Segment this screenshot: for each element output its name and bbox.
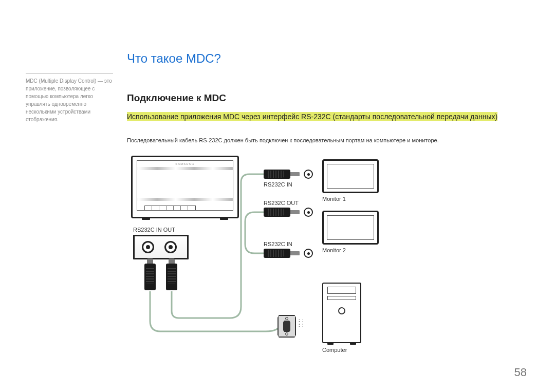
highlighted-heading: Использование приложения MDC через интер… [127, 111, 497, 122]
computer-label: Computer [322, 347, 347, 353]
rs232c-out-label: RS232C OUT [264, 200, 299, 206]
monitor-1-label: Monitor 1 [322, 196, 346, 202]
panel-foot [142, 217, 150, 220]
computer-tower [322, 283, 361, 343]
port-box-label: RS232C IN OUT [133, 227, 175, 233]
monitor-2 [322, 211, 379, 245]
vent-stripe [137, 167, 233, 170]
body-paragraph: Последовательный кабель RS-232C должен б… [127, 137, 439, 143]
rs232c-in-label-bottom: RS232C IN [264, 241, 292, 247]
highlight-text: Использование приложения MDC через интер… [127, 112, 497, 121]
rear-port-row [144, 206, 196, 211]
sidebar-note: MDC (Multiple Display Control) — это при… [26, 73, 113, 123]
cable-plug-out [166, 264, 177, 290]
section-subtitle: Подключение к MDC [127, 92, 226, 104]
page-title: Что такое MDC? [127, 51, 221, 66]
rs232c-in-label-top: RS232C IN [264, 181, 292, 188]
brand-label: SAMSUNG [175, 162, 194, 165]
power-button-icon [338, 307, 345, 314]
panel-foot [220, 217, 228, 220]
monitor-1 [322, 159, 379, 193]
cable-plug-in [144, 264, 156, 290]
monitor-2-label: Monitor 2 [322, 247, 346, 253]
serial-db9-connector: : :: :: : [278, 315, 296, 341]
connection-diagram: SAMSUNG RS232C IN OUT RS232C IN [127, 152, 394, 357]
rs232c-out-jack [164, 241, 177, 253]
panel-inner: SAMSUNG [137, 160, 233, 211]
vent-stripe [137, 198, 233, 201]
rs232c-port-box [133, 235, 189, 259]
display-back-panel: SAMSUNG [131, 156, 239, 218]
rs232c-in-jack [142, 241, 154, 253]
page-number: 58 [514, 366, 527, 379]
document-page: MDC (Multiple Display Control) — это при… [0, 0, 555, 392]
